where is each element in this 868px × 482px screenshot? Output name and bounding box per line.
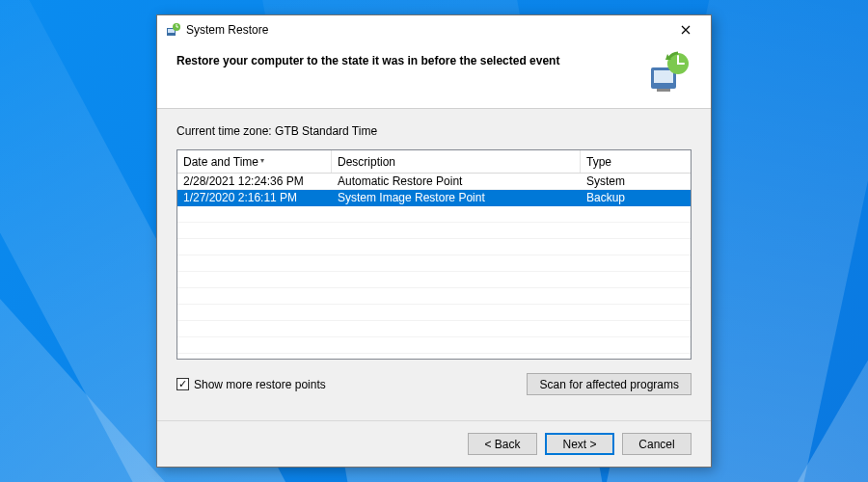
restore-large-icon	[645, 50, 692, 96]
next-button[interactable]: Next >	[545, 433, 614, 455]
table-row[interactable]: 1/27/2020 2:16:11 PM System Image Restor…	[177, 190, 691, 206]
close-icon	[681, 25, 691, 35]
table-row-empty	[177, 223, 691, 239]
cancel-button[interactable]: Cancel	[622, 433, 692, 455]
dialog-footer: < Back Next > Cancel	[157, 420, 711, 467]
table-row-empty	[177, 337, 691, 354]
cell-description: System Image Restore Point	[332, 190, 581, 205]
column-label: Type	[586, 155, 611, 169]
column-header-description[interactable]: Description	[332, 150, 581, 173]
cell-type: System	[581, 174, 691, 189]
show-more-checkbox[interactable]: ✓ Show more restore points	[176, 378, 326, 391]
table-row-empty	[177, 239, 691, 255]
system-restore-dialog: System Restore Restore your computer to …	[156, 14, 712, 468]
svg-rect-4	[654, 70, 673, 83]
column-label: Date and Time	[183, 155, 258, 169]
column-label: Description	[338, 155, 395, 169]
cell-date: 2/28/2021 12:24:36 PM	[177, 174, 332, 189]
table-row-empty	[177, 321, 691, 337]
checkbox-label: Show more restore points	[194, 378, 326, 391]
timezone-label: Current time zone: GTB Standard Time	[176, 124, 692, 138]
cell-type: Backup	[581, 190, 691, 205]
below-list-row: ✓ Show more restore points Scan for affe…	[176, 373, 692, 395]
back-button[interactable]: < Back	[468, 433, 537, 455]
table-row-empty	[177, 272, 691, 288]
table-row-empty	[177, 288, 691, 305]
svg-rect-5	[657, 89, 670, 92]
cell-description: Automatic Restore Point	[332, 174, 581, 189]
dialog-header: Restore your computer to the state it wa…	[157, 44, 711, 109]
column-header-date[interactable]: Date and Time ▾	[177, 150, 332, 173]
titlebar: System Restore	[157, 15, 711, 44]
table-row[interactable]: 2/28/2021 12:24:36 PM Automatic Restore …	[177, 174, 691, 190]
list-body: 2/28/2021 12:24:36 PM Automatic Restore …	[177, 174, 691, 359]
restore-points-list: Date and Time ▾ Description Type 2/28/20…	[176, 149, 692, 360]
table-row-empty	[177, 305, 691, 321]
checkmark-icon: ✓	[176, 378, 189, 390]
table-row-empty	[177, 255, 691, 272]
close-button[interactable]	[666, 16, 705, 43]
restore-icon	[165, 22, 180, 38]
list-header: Date and Time ▾ Description Type	[177, 150, 691, 174]
svg-rect-1	[168, 29, 175, 33]
scan-affected-button[interactable]: Scan for affected programs	[527, 373, 692, 395]
window-title: System Restore	[186, 23, 666, 37]
cell-date: 1/27/2020 2:16:11 PM	[177, 190, 332, 205]
dialog-body: Current time zone: GTB Standard Time Dat…	[157, 109, 711, 420]
column-header-type[interactable]: Type	[581, 150, 691, 173]
table-row-empty	[177, 206, 691, 223]
dialog-heading: Restore your computer to the state it wa…	[176, 50, 636, 67]
sort-indicator-icon: ▾	[260, 156, 264, 165]
